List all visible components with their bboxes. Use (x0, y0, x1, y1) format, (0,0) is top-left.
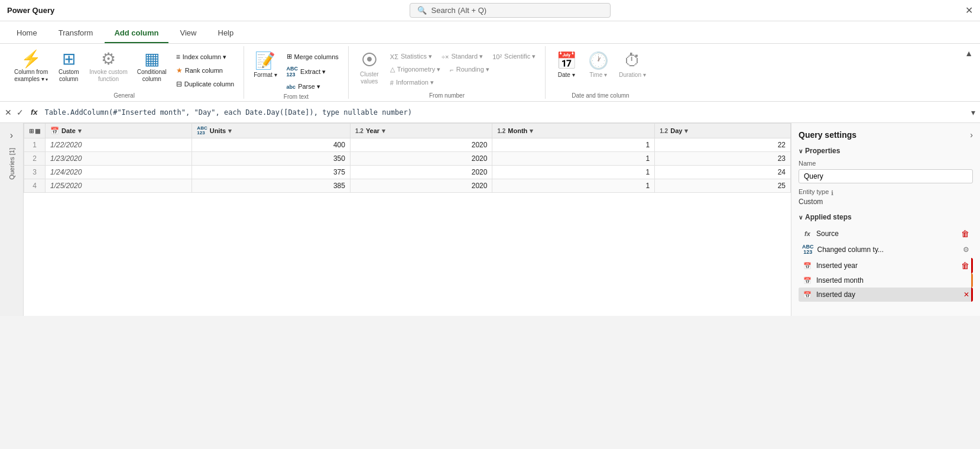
duplicate-column-button[interactable]: ⊟ Duplicate column (173, 78, 238, 90)
date-button[interactable]: 📅 Date ▾ (551, 49, 581, 81)
tab-add-column[interactable]: Add column (105, 24, 168, 43)
rounding-button[interactable]: ⌐ Rounding ▾ (446, 64, 493, 75)
step-cal-icon: 📅 (802, 277, 813, 285)
from-number-group-label: From number (355, 92, 539, 99)
extract-label: Extract ▾ (300, 68, 326, 76)
step-delete-icon[interactable]: 🗑 (961, 229, 969, 238)
step-item-inserted-year[interactable]: 📅 Inserted year 🗑 (799, 258, 973, 273)
conditional-column-button[interactable]: ▦ Conditionalcolumn (134, 49, 170, 85)
entity-type-label: Entity type (799, 188, 829, 195)
standard-icon: ÷× (442, 53, 449, 60)
information-icon: # (390, 79, 394, 86)
time-button[interactable]: 🕐 Time ▾ (583, 49, 613, 81)
time-icon: 🕐 (588, 51, 609, 70)
tab-transform[interactable]: Transform (49, 24, 103, 43)
cell-units: 400 (192, 138, 351, 152)
data-table: ⊞ ▦ 📅 Date ▾ (24, 123, 791, 193)
tab-home[interactable]: Home (7, 24, 47, 43)
query-settings-header: Query settings › (799, 130, 973, 140)
rank-column-button[interactable]: ★ Rank column (173, 64, 238, 76)
step-item-inserted-month[interactable]: 📅 Inserted month (799, 273, 973, 288)
information-button[interactable]: # Information ▾ (387, 77, 437, 88)
trigonometry-icon: △ (390, 66, 395, 73)
ribbon-collapse-button[interactable]: ▲ (962, 46, 975, 99)
date-icon: 📅 (556, 51, 577, 70)
properties-section-header[interactable]: ∨ Properties (799, 147, 973, 155)
cell-year: 2020 (350, 152, 492, 166)
step-item-changed-column-type[interactable]: ABC123 Changed column ty... ⚙ (799, 241, 973, 258)
invoke-custom-function-button[interactable]: ⚙ Invoke customfunction (86, 49, 131, 85)
scientific-button[interactable]: 10² Scientific ▾ (489, 51, 539, 62)
ribbon-group-datetime: 📅 Date ▾ 🕐 Time ▾ ⏱ Duration ▾ Date and … (546, 46, 656, 99)
query-name-input[interactable] (799, 169, 973, 183)
index-column-button[interactable]: ≡ Index column ▾ (173, 51, 238, 63)
formula-input[interactable] (45, 108, 966, 117)
search-bar[interactable]: 🔍 Search (Alt + Q) (410, 3, 611, 18)
duplicate-column-label: Duplicate column (184, 80, 234, 88)
header-corner: ⊞ ▦ (24, 124, 46, 138)
tab-help[interactable]: Help (209, 24, 244, 43)
formula-expand-button[interactable]: ▾ (971, 108, 975, 117)
step-delete-icon[interactable]: 🗑 (961, 261, 969, 270)
close-button[interactable]: ✕ (965, 5, 973, 16)
step-item-source[interactable]: fx Source 🗑 (799, 226, 973, 241)
general-group-label: General (11, 92, 238, 99)
formula-fx-label: fx (28, 108, 40, 117)
scientific-icon: 10² (492, 53, 502, 60)
from-text-group-label: From text (250, 93, 342, 100)
duration-icon: ⏱ (624, 51, 641, 70)
step-label: Changed column ty... (817, 246, 960, 254)
properties-label: Properties (805, 147, 840, 155)
units-col-dropdown[interactable]: ▾ (228, 127, 232, 135)
formula-confirm-button[interactable]: ✓ (17, 108, 24, 117)
entity-type-info-icon[interactable]: ℹ (831, 189, 833, 197)
step-label: Source (816, 230, 958, 238)
column-from-examples-button[interactable]: ⚡ Column fromexamples ▾ (11, 49, 51, 85)
step-bar (971, 273, 973, 288)
ribbon-group-from-text: 📝 Format ▾ ⊞ Merge columns ABC123 Extrac… (244, 46, 349, 99)
row-number: 4 (24, 179, 46, 193)
step-delete-icon[interactable]: ✕ (963, 290, 969, 299)
merge-columns-button[interactable]: ⊞ Merge columns (283, 51, 342, 62)
merge-columns-icon: ⊞ (287, 53, 292, 60)
day-col-dropdown[interactable]: ▾ (684, 127, 688, 135)
index-column-icon: ≡ (176, 53, 180, 61)
standard-label: Standard ▾ (452, 53, 483, 60)
duration-label: Duration ▾ (619, 72, 646, 79)
formula-cancel-button[interactable]: ✕ (5, 108, 12, 117)
rank-column-label: Rank column (185, 67, 223, 74)
cell-month: 1 (492, 179, 655, 193)
statistics-button[interactable]: XΣ Statistics ▾ (387, 51, 436, 62)
col-header-date: 📅 Date ▾ (46, 124, 192, 138)
parse-button[interactable]: abc Parse ▾ (283, 81, 342, 92)
tab-view[interactable]: View (171, 24, 206, 43)
step-item-inserted-day[interactable]: 📅 Inserted day ✕ (799, 288, 973, 302)
cluster-values-button[interactable]: ⦿ Clustervalues (355, 49, 384, 88)
sidebar-expand-button[interactable]: › (8, 128, 15, 143)
month-col-dropdown[interactable]: ▾ (530, 127, 533, 135)
step-gear-icon[interactable]: ⚙ (963, 246, 969, 254)
applied-steps-header[interactable]: ∨ Applied steps (799, 213, 973, 221)
invoke-custom-function-label: Invoke customfunction (89, 69, 127, 83)
format-button[interactable]: 📝 Format ▾ (250, 49, 280, 81)
datetime-group-label: Date and time column (551, 92, 650, 99)
date-col-dropdown[interactable]: ▾ (78, 127, 82, 135)
step-label: Inserted day (816, 290, 960, 299)
trigonometry-button[interactable]: △ Trigonometry ▾ (387, 64, 444, 75)
extract-button[interactable]: ABC123 Extract ▾ (283, 64, 342, 79)
cell-month: 1 (492, 152, 655, 166)
duration-button[interactable]: ⏱ Duration ▾ (615, 49, 650, 81)
units-col-type-icon: ABC123 (197, 126, 207, 135)
year-col-dropdown[interactable]: ▾ (382, 127, 385, 135)
step-cal-icon: 📅 (802, 291, 813, 299)
cell-units: 375 (192, 166, 351, 179)
month-col-type-icon: 1.2 (497, 128, 505, 134)
cell-day: 24 (655, 166, 791, 179)
app-title: Power Query (7, 6, 54, 15)
rounding-icon: ⌐ (450, 66, 453, 73)
query-settings-expand[interactable]: › (970, 130, 973, 140)
standard-button[interactable]: ÷× Standard ▾ (438, 51, 486, 62)
index-column-label: Index column ▾ (183, 53, 226, 61)
custom-column-button[interactable]: ⊞ Customcolumn (54, 49, 83, 85)
scientific-label: Scientific ▾ (504, 53, 536, 60)
